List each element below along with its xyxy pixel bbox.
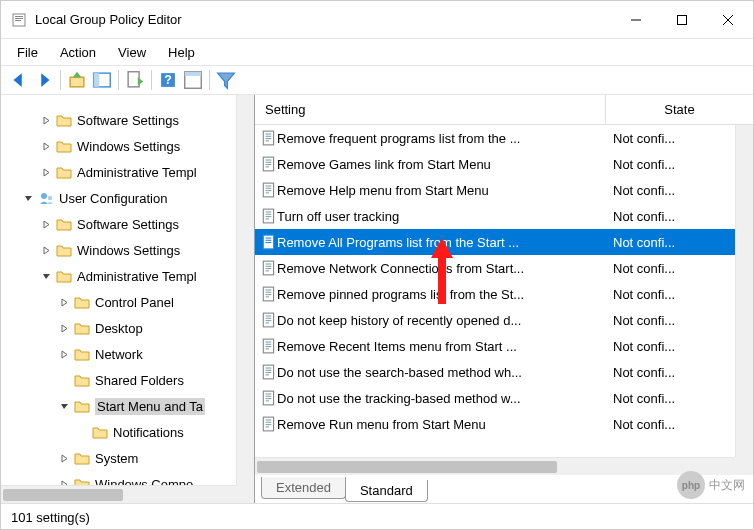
properties-button[interactable]	[181, 68, 205, 92]
grid-row[interactable]: Do not use the search-based method wh...…	[255, 359, 753, 385]
state-cell: Not confi...	[605, 235, 753, 250]
tree-item[interactable]: Network	[1, 341, 254, 367]
setting-cell: Remove Network Connections from Start...	[277, 261, 605, 276]
tree-item[interactable]: Administrative Templ	[1, 159, 254, 185]
show-hide-tree-button[interactable]	[90, 68, 114, 92]
svg-rect-24	[266, 159, 272, 160]
tree-scrollbar-horizontal[interactable]	[1, 485, 236, 503]
app-icon	[11, 12, 27, 28]
tree-pane[interactable]: Software SettingsWindows SettingsAdminis…	[1, 95, 255, 503]
svg-rect-44	[266, 266, 272, 267]
menu-help[interactable]: Help	[158, 42, 205, 63]
column-header-state[interactable]: State	[605, 95, 753, 124]
svg-rect-48	[266, 289, 272, 290]
tree-scrollbar-vertical[interactable]	[236, 95, 254, 485]
policy-icon	[255, 364, 277, 380]
export-button[interactable]	[123, 68, 147, 92]
svg-rect-65	[266, 372, 272, 373]
folder-icon	[55, 163, 73, 181]
minimize-button[interactable]	[613, 4, 659, 36]
expand-icon[interactable]	[37, 272, 55, 281]
grid-header: Setting State	[255, 95, 753, 125]
policy-icon	[255, 234, 277, 250]
folder-icon	[55, 267, 73, 285]
tree-item[interactable]: Software Settings	[1, 211, 254, 237]
svg-rect-64	[266, 370, 272, 371]
expand-icon[interactable]	[55, 350, 73, 359]
grid-body[interactable]: Remove frequent programs list from the .…	[255, 125, 753, 475]
expand-icon[interactable]	[37, 142, 55, 151]
tree-item[interactable]: Software Settings	[1, 107, 254, 133]
tree-item[interactable]: User Configuration	[1, 185, 254, 211]
tree-item[interactable]: Administrative Templ	[1, 263, 254, 289]
folder-icon	[73, 293, 91, 311]
expand-icon[interactable]	[37, 246, 55, 255]
setting-cell: Do not use the tracking-based method w..…	[277, 391, 605, 406]
expand-icon[interactable]	[55, 324, 73, 333]
tree-item[interactable]: Windows Settings	[1, 133, 254, 159]
tree-item[interactable]: Shared Folders	[1, 367, 254, 393]
expand-icon[interactable]	[55, 454, 73, 463]
grid-row[interactable]: Remove Recent Items menu from Start ...N…	[255, 333, 753, 359]
expand-icon[interactable]	[55, 402, 73, 411]
column-header-setting[interactable]: Setting	[255, 102, 605, 117]
menu-action[interactable]: Action	[50, 42, 106, 63]
back-button[interactable]	[7, 68, 31, 92]
content-scrollbar-horizontal[interactable]	[255, 457, 735, 475]
status-text: 101 setting(s)	[11, 510, 90, 525]
policy-icon	[255, 416, 277, 432]
expand-icon[interactable]	[19, 194, 37, 203]
tree-item[interactable]: Notifications	[1, 419, 254, 445]
svg-rect-11	[128, 72, 139, 87]
tree-item-label: User Configuration	[59, 191, 167, 206]
filter-button[interactable]	[214, 68, 238, 92]
toolbar-sep	[209, 70, 210, 90]
folder-icon	[73, 449, 91, 467]
help-button[interactable]: ?	[156, 68, 180, 92]
window-controls	[613, 4, 751, 36]
content-scrollbar-vertical[interactable]	[735, 125, 753, 457]
menu-view[interactable]: View	[108, 42, 156, 63]
tree-item[interactable]: Windows Settings	[1, 237, 254, 263]
up-button[interactable]	[65, 68, 89, 92]
svg-rect-26	[266, 164, 272, 165]
watermark-logo: php	[677, 471, 705, 499]
setting-cell: Remove Run menu from Start Menu	[277, 417, 605, 432]
window-title: Local Group Policy Editor	[35, 12, 613, 27]
tree-item-label: Network	[95, 347, 143, 362]
svg-rect-70	[266, 398, 272, 399]
tab-standard[interactable]: Standard	[345, 480, 428, 502]
tab-extended[interactable]: Extended	[261, 477, 346, 499]
grid-row[interactable]: Remove Games link from Start MenuNot con…	[255, 151, 753, 177]
forward-button[interactable]	[32, 68, 56, 92]
grid-row[interactable]: Remove Network Connections from Start...…	[255, 255, 753, 281]
titlebar: Local Group Policy Editor	[1, 1, 753, 39]
maximize-button[interactable]	[659, 4, 705, 36]
grid-row[interactable]: Remove pinned programs list from the St.…	[255, 281, 753, 307]
tree-item[interactable]: Control Panel	[1, 289, 254, 315]
main-area: Software SettingsWindows SettingsAdminis…	[1, 95, 753, 503]
grid-row[interactable]: Remove All Programs list from the Start …	[255, 229, 753, 255]
expand-icon[interactable]	[37, 220, 55, 229]
grid-row[interactable]: Remove frequent programs list from the .…	[255, 125, 753, 151]
expand-icon[interactable]	[37, 168, 55, 177]
tree-item[interactable]: System	[1, 445, 254, 471]
grid-row[interactable]: Do not keep history of recently opened d…	[255, 307, 753, 333]
tree-item[interactable]: Start Menu and Ta	[1, 393, 254, 419]
close-button[interactable]	[705, 4, 751, 36]
grid-row[interactable]: Remove Run menu from Start MenuNot confi…	[255, 411, 753, 437]
svg-rect-53	[266, 315, 272, 316]
state-cell: Not confi...	[605, 339, 753, 354]
svg-rect-19	[266, 133, 272, 134]
grid-row[interactable]: Do not use the tracking-based method w..…	[255, 385, 753, 411]
svg-rect-49	[266, 292, 272, 293]
setting-cell: Remove Games link from Start Menu	[277, 157, 605, 172]
expand-icon[interactable]	[55, 298, 73, 307]
tree-item[interactable]: Desktop	[1, 315, 254, 341]
grid-row[interactable]: Remove Help menu from Start MenuNot conf…	[255, 177, 753, 203]
svg-rect-55	[266, 320, 272, 321]
menu-file[interactable]: File	[7, 42, 48, 63]
expand-icon[interactable]	[37, 116, 55, 125]
grid-row[interactable]: Turn off user trackingNot confi...	[255, 203, 753, 229]
state-cell: Not confi...	[605, 183, 753, 198]
